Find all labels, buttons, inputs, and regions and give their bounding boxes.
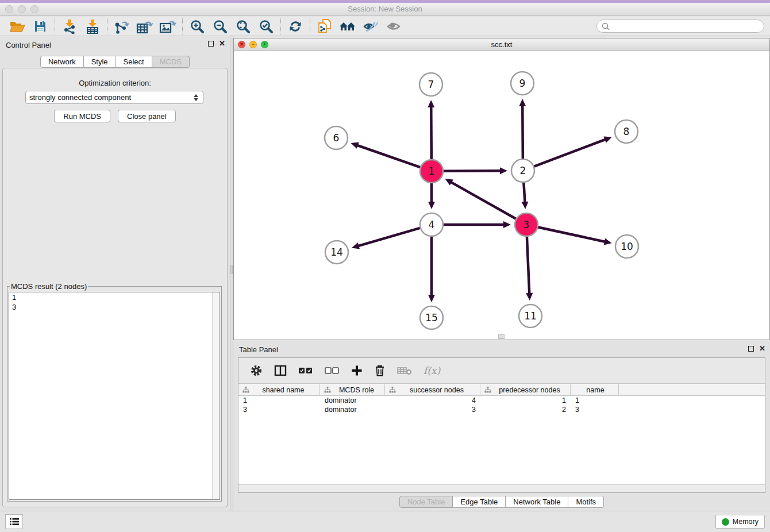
edge-1-6[interactable] (351, 142, 420, 168)
divider-handle-icon[interactable] (230, 265, 233, 274)
import-network-button[interactable] (58, 18, 81, 35)
table-row[interactable]: 1dominator411 (238, 396, 765, 405)
edge-2-9[interactable] (519, 99, 526, 159)
refresh-button[interactable] (284, 18, 307, 35)
delete-row-button[interactable] (374, 362, 386, 379)
node-10[interactable]: 10 (615, 235, 638, 258)
float-table-panel-icon[interactable] (748, 346, 754, 352)
result-scrollbar[interactable] (212, 292, 220, 499)
column-header-name[interactable]: name (571, 384, 619, 395)
canvas-resize-handle[interactable] (498, 334, 505, 339)
column-header-shared-name[interactable]: shared name (238, 384, 320, 395)
edge-4-14[interactable] (352, 228, 420, 249)
tab-motifs[interactable]: Motifs (568, 496, 604, 508)
node-14[interactable]: 14 (325, 241, 348, 264)
edge-1-4[interactable] (428, 183, 435, 209)
select-all-button[interactable] (298, 362, 313, 379)
save-session-button[interactable] (29, 18, 52, 35)
edge-3-1[interactable] (445, 179, 516, 218)
unselect-all-button[interactable] (325, 362, 340, 379)
cell-predecessor-nodes[interactable]: 2 (480, 406, 571, 414)
node-label: 4 (429, 219, 435, 230)
export-image-button[interactable] (156, 18, 179, 35)
cell-name[interactable]: 3 (571, 406, 619, 414)
memory-label: Memory (733, 518, 759, 526)
node-3[interactable]: 3 (515, 213, 538, 236)
open-file-button[interactable] (6, 18, 29, 35)
table-settings-button[interactable] (250, 362, 263, 379)
node-4[interactable]: 4 (420, 213, 443, 236)
zoom-out-button[interactable] (209, 18, 232, 35)
node-1[interactable]: 1 (420, 160, 443, 183)
delete-table-button[interactable] (397, 362, 412, 379)
show-panel-button[interactable] (382, 18, 405, 35)
edge-2-8[interactable] (534, 137, 612, 167)
toolbar-divider (310, 18, 310, 34)
cell-name[interactable]: 1 (571, 396, 619, 404)
node-7[interactable]: 7 (419, 73, 442, 96)
tab-network-table[interactable]: Network Table (506, 496, 568, 508)
tab-network[interactable]: Network (40, 56, 84, 68)
table-header-row: shared nameMCDS rolesuccessor nodesprede… (238, 384, 765, 396)
network-canvas[interactable]: 7968124314101511 (234, 51, 769, 340)
zoom-selected-button[interactable] (255, 18, 278, 35)
edge-3-11[interactable] (526, 237, 533, 300)
node-15[interactable]: 15 (420, 306, 443, 329)
close-panel-button[interactable]: Close panel (118, 110, 176, 122)
column-header-successor-nodes[interactable]: successor nodes (385, 384, 480, 395)
float-panel-icon[interactable] (208, 41, 214, 47)
app-titlebar: Session: New Session (0, 3, 770, 16)
tab-edge-table[interactable]: Edge Table (453, 496, 506, 508)
node-2[interactable]: 2 (511, 159, 534, 182)
edge-2-3[interactable] (521, 183, 528, 209)
export-table-button[interactable] (133, 18, 156, 35)
tab-select[interactable]: Select (116, 56, 152, 68)
copy-network-button[interactable] (313, 18, 336, 35)
table-row[interactable]: 3dominator323 (238, 405, 765, 414)
node-9[interactable]: 9 (511, 72, 534, 95)
mcds-result-list[interactable]: 13 (9, 292, 220, 500)
network-window-titlebar[interactable]: ✕ − + scc.txt (234, 38, 769, 51)
cell-shared-name[interactable]: 1 (238, 396, 320, 404)
edge-3-10[interactable] (538, 227, 612, 245)
import-table-button[interactable] (81, 18, 104, 35)
cell-successor-nodes[interactable]: 3 (385, 406, 480, 414)
close-table-panel-icon[interactable]: ✕ (759, 346, 765, 352)
cell-successor-nodes[interactable]: 4 (385, 396, 480, 404)
column-header-predecessor-nodes[interactable]: predecessor nodes (480, 384, 571, 395)
criterion-dropdown[interactable]: strongly connected component (25, 91, 203, 104)
import-table-icon (86, 19, 99, 34)
task-history-button[interactable] (5, 514, 23, 529)
add-row-button[interactable] (351, 362, 363, 379)
column-header-mcds-role[interactable]: MCDS role (320, 384, 385, 395)
zoom-in-button[interactable] (186, 18, 209, 35)
edge-4-3[interactable] (444, 221, 511, 228)
network-view-window: ✕ − + scc.txt 7968124314101511 (233, 38, 770, 340)
node-table[interactable]: shared nameMCDS rolesuccessor nodesprede… (238, 384, 765, 484)
search-input[interactable] (613, 22, 759, 30)
hide-panel-button[interactable] (359, 18, 382, 35)
cell-mcds-role[interactable]: dominator (320, 406, 385, 414)
run-mcds-button[interactable]: Run MCDS (54, 110, 110, 122)
zoom-fit-button[interactable] (232, 18, 255, 35)
export-network-button[interactable] (110, 18, 133, 35)
edge-4-15[interactable] (428, 237, 435, 302)
search-field[interactable] (596, 20, 764, 33)
close-panel-icon[interactable]: ✕ (219, 41, 225, 47)
tab-style[interactable]: Style (84, 56, 116, 68)
first-neighbors-button[interactable] (336, 18, 359, 35)
cell-mcds-role[interactable]: dominator (320, 396, 385, 404)
cell-predecessor-nodes[interactable]: 1 (480, 396, 571, 404)
cell-shared-name[interactable]: 3 (238, 406, 320, 414)
function-builder-button[interactable]: f(x) (424, 362, 440, 379)
edge-1-7[interactable] (428, 100, 434, 159)
edge-1-2[interactable] (444, 167, 507, 174)
column-visibility-button[interactable] (274, 362, 287, 379)
memory-button[interactable]: Memory (715, 515, 765, 529)
tab-node-table[interactable]: Node Table (399, 496, 453, 508)
node-6[interactable]: 6 (325, 126, 348, 149)
table-hscrollbar[interactable] (238, 484, 765, 492)
tab-mcds[interactable]: MCDS (152, 56, 190, 68)
node-11[interactable]: 11 (519, 304, 542, 327)
node-8[interactable]: 8 (615, 120, 638, 143)
